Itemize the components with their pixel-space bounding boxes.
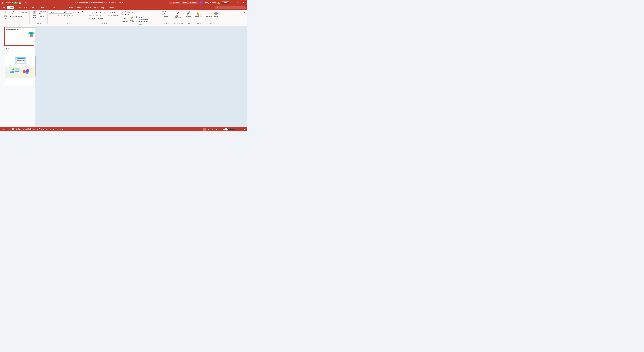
reset-button[interactable]: ↺ Reset — [38, 13, 46, 15]
shape-parallelogram[interactable]: ▱ — [129, 11, 131, 13]
shape-rectangle[interactable]: ▭ — [122, 11, 124, 13]
align-text-button[interactable]: ≡A Align Text ▾ — [108, 15, 118, 17]
format-painter-button[interactable]: 🖌 Format Painter — [10, 15, 22, 17]
italic-button[interactable]: I — [52, 15, 54, 17]
reading-view-button[interactable]: ▤ — [211, 128, 214, 131]
font-size-container[interactable]: 24 ▾ — [66, 11, 72, 14]
left-panel-btn-4[interactable] — [35, 68, 36, 72]
shape-rounded-rect[interactable]: ▢ — [124, 11, 126, 13]
zoom-in-icon[interactable]: + — [237, 128, 238, 130]
dictate-button[interactable]: 🎤 Dictate ▾ — [185, 11, 192, 19]
text-direction-button[interactable]: ↕A Arrange Direction ▾ — [108, 11, 118, 13]
customize-qat-icon[interactable]: ▾ — [28, 2, 29, 4]
user-avatar[interactable]: C — [199, 1, 203, 5]
shape-circle[interactable]: ○ — [139, 11, 141, 13]
shape-line[interactable]: ⁄ — [142, 11, 144, 13]
find-button[interactable]: 🔍 Find — [162, 11, 171, 13]
arrange-button[interactable]: ⧉ Arrange — [122, 17, 128, 22]
slide-thumbnail-3[interactable]: 3 — [4, 66, 34, 85]
menu-transitions[interactable]: Transitions — [38, 6, 50, 9]
shape-connector[interactable]: ⌒ — [149, 11, 151, 13]
shape-outline-button[interactable]: ▭ Shape Outline ▾ — [135, 18, 148, 20]
select-button[interactable]: ↖ Select ▾ — [162, 15, 171, 17]
menu-draw[interactable]: Draw — [22, 6, 29, 9]
new-slide-button[interactable]: 🪟 New Slide — [31, 11, 38, 18]
shape-diamond[interactable]: ◇ — [134, 11, 136, 13]
line-spacing-button[interactable]: ↕ — [104, 14, 106, 17]
bold-button[interactable]: B — [49, 15, 52, 17]
font-name-container[interactable]: Calibri ▾ — [49, 11, 66, 14]
left-panel-btn-5[interactable] — [35, 72, 36, 76]
shape-snip-rect[interactable]: ⬜ — [126, 11, 129, 13]
align-right-button[interactable]: ➡≡ — [95, 14, 99, 17]
copilot-button[interactable]: 🤖 CopAlt — [213, 11, 219, 17]
menu-help[interactable]: Help — [99, 6, 106, 9]
language-status[interactable]: Chinese (Simplified, Mainland China) — [16, 128, 44, 130]
cut-button[interactable]: ✂ Cut — [10, 11, 22, 13]
convert-smartart-button[interactable]: ⬡ Convert to SmartArt ▾ — [88, 17, 105, 19]
normal-view-button[interactable]: ▭ — [203, 128, 206, 131]
share-button[interactable]: Share — [221, 1, 230, 4]
columns-button[interactable]: ⊞ — [103, 11, 106, 14]
designer-button[interactable]: ✦ Designer — [205, 11, 213, 17]
zoom-out-icon[interactable]: − — [220, 128, 221, 130]
justify-button[interactable]: ⬌≡ — [100, 14, 104, 17]
numbering-button[interactable]: 1. — [91, 11, 94, 14]
clear-format-button[interactable]: A↗ — [81, 11, 85, 14]
decrease-font-button[interactable]: A▼ — [76, 11, 81, 14]
menu-slideshow[interactable]: Slide Show — [62, 6, 74, 9]
present-teams-button[interactable]: Present in Teams — [182, 2, 198, 4]
menu-file[interactable]: File — [1, 6, 6, 9]
zoom-level[interactable]: 100% — [240, 128, 246, 130]
increase-font-button[interactable]: A▲ — [72, 11, 76, 14]
shape-effects-button[interactable]: ✨ Shape Effects ▾ — [135, 21, 148, 23]
adobe-pdf-button[interactable]: A 創建 PDF 非共享鏈接 — [174, 11, 182, 19]
increase-indent-button[interactable]: ▶≡ — [99, 11, 103, 14]
menu-home[interactable]: Home — [7, 6, 14, 9]
shapes-more-button[interactable]: ⌄ — [132, 13, 134, 16]
text-highlight-button[interactable]: A — [71, 14, 74, 17]
accessibility-status[interactable]: Accessibility: Investigate — [46, 128, 64, 130]
left-panel-btn-1[interactable] — [35, 56, 36, 60]
align-left-button[interactable]: ⬅≡ — [88, 14, 92, 17]
quick-styles-button[interactable]: 🎨 QuickStyles — [129, 16, 135, 23]
shape-triangle[interactable]: △ — [136, 11, 139, 13]
notes-icon[interactable]: 📝 — [12, 128, 14, 130]
paste-button[interactable]: 📋 Paste ▾ — [2, 11, 9, 20]
left-panel-btn-3[interactable] — [35, 64, 36, 68]
save-icon[interactable]: 💾 — [18, 2, 21, 4]
autosave-toggle[interactable]: On — [13, 2, 18, 4]
menu-view[interactable]: View — [92, 6, 99, 9]
text-shadow-button[interactable]: S — [60, 15, 63, 17]
sensitivity-button[interactable]: 🔒 Sensitivity — [194, 11, 202, 17]
collapse-ribbon-button[interactable]: ▲ — [243, 11, 246, 13]
undo-icon[interactable]: ↩ — [22, 2, 24, 4]
shape-callout[interactable]: 💬 — [126, 13, 129, 16]
slide-thumbnail-1[interactable]: 1 — [4, 27, 34, 46]
shape-double-arrow[interactable]: ↔ — [146, 11, 149, 13]
align-center-button[interactable]: ≡ — [92, 14, 95, 17]
search-input[interactable] — [220, 7, 244, 9]
menu-record[interactable]: Record — [74, 6, 83, 9]
zoom-slider[interactable] — [222, 128, 236, 131]
menu-animations[interactable]: Animations — [50, 6, 62, 9]
close-button[interactable]: ✕ — [241, 1, 246, 4]
slide-thumbnail-2[interactable]: 2 Breaking Boundaries • Our First Window… — [4, 47, 34, 65]
decrease-indent-button[interactable]: ◀≡ — [95, 11, 99, 14]
notifications-icon[interactable]: 🔔 — [217, 2, 220, 4]
left-panel-btn-2[interactable] — [35, 60, 36, 64]
shape-fill-button[interactable]: 🪣 Shape Fill ▾ — [135, 16, 148, 18]
shape-trapezoid[interactable]: ⌂ — [132, 11, 134, 13]
char-spacing-button[interactable]: AV — [63, 15, 67, 17]
menu-acrobat[interactable]: Acrobat — [106, 6, 115, 9]
shape-star[interactable]: ★ — [124, 13, 126, 16]
menu-review[interactable]: Review — [83, 6, 92, 9]
shape-arrow[interactable]: → — [144, 11, 146, 13]
shape-curve[interactable]: ∿ — [152, 11, 154, 13]
font-color-button[interactable]: A — [68, 14, 71, 17]
restore-button[interactable]: □ — [236, 1, 240, 4]
bullets-button[interactable]: ☰ — [88, 11, 91, 14]
strikethrough-button[interactable]: S — [57, 15, 60, 17]
layout-button[interactable]: ⊞ Layout ▾ — [38, 11, 46, 13]
record-button[interactable]: 🔴 Record — [169, 2, 180, 4]
